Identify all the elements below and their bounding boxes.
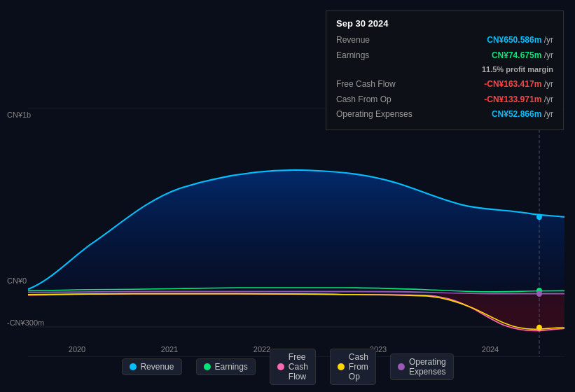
chart-container: Sep 30 2024 Revenue CN¥650.586m /yr Earn… — [0, 0, 575, 392]
tooltip-value-cashfromop: -CN¥133.971m /yr — [484, 92, 553, 108]
tooltip-label-revenue: Revenue — [336, 33, 413, 48]
legend-label-cashfromop: Cash From Op — [349, 352, 368, 382]
cashfromop-dot — [536, 325, 542, 331]
legend-dot-revenue — [129, 363, 136, 370]
tooltip-value-opex: CN¥52.866m /yr — [492, 107, 553, 122]
tooltip-row-margin: 11.5% profit margin — [336, 63, 553, 77]
tooltip-row-cashfromop: Cash From Op -CN¥133.971m /yr — [336, 92, 553, 108]
tooltip-box: Sep 30 2024 Revenue CN¥650.586m /yr Earn… — [326, 10, 564, 130]
legend-revenue: Revenue — [121, 358, 181, 375]
y-label-zero: CN¥0 — [7, 276, 27, 285]
legend-label-earnings: Earnings — [214, 362, 247, 372]
legend-label-opex: Operating Expenses — [409, 357, 446, 377]
legend-label-revenue: Revenue — [140, 362, 174, 372]
legend-dot-fcf — [277, 363, 284, 370]
legend-dot-earnings — [203, 363, 210, 370]
legend: Revenue Earnings Free Cash Flow Cash Fro… — [121, 349, 453, 385]
opex-dot — [536, 290, 542, 297]
legend-cashfromop: Cash From Op — [330, 349, 376, 385]
negative-fill — [434, 293, 564, 332]
tooltip-row-fcf: Free Cash Flow -CN¥163.417m /yr — [336, 77, 553, 92]
legend-dot-cashfromop — [338, 363, 345, 370]
tooltip-label-opex: Operating Expenses — [336, 107, 413, 122]
tooltip-value-earnings: CN¥74.675m /yr — [492, 48, 553, 64]
legend-opex: Operating Expenses — [390, 354, 454, 380]
tooltip-value-revenue: CN¥650.586m /yr — [487, 33, 553, 48]
legend-dot-opex — [398, 363, 405, 370]
chart-svg — [28, 108, 564, 357]
chart-area — [28, 108, 564, 357]
legend-fcf: Free Cash Flow — [270, 349, 316, 385]
legend-label-fcf: Free Cash Flow — [289, 352, 308, 382]
tooltip-label-earnings: Earnings — [336, 48, 413, 64]
tooltip-value-fcf: -CN¥163.417m /yr — [484, 77, 553, 92]
tooltip-row-earnings: Earnings CN¥74.675m /yr — [336, 48, 553, 64]
revenue-dot — [536, 214, 542, 220]
tooltip-label-cashfromop: Cash From Op — [336, 92, 413, 108]
tooltip-row-revenue: Revenue CN¥650.586m /yr — [336, 33, 553, 48]
tooltip-row-opex: Operating Expenses CN¥52.866m /yr — [336, 107, 553, 122]
tooltip-date: Sep 30 2024 — [336, 18, 553, 29]
tooltip-label-fcf: Free Cash Flow — [336, 77, 413, 92]
legend-earnings: Earnings — [195, 358, 255, 375]
tooltip-value-margin: 11.5% profit margin — [482, 63, 553, 77]
